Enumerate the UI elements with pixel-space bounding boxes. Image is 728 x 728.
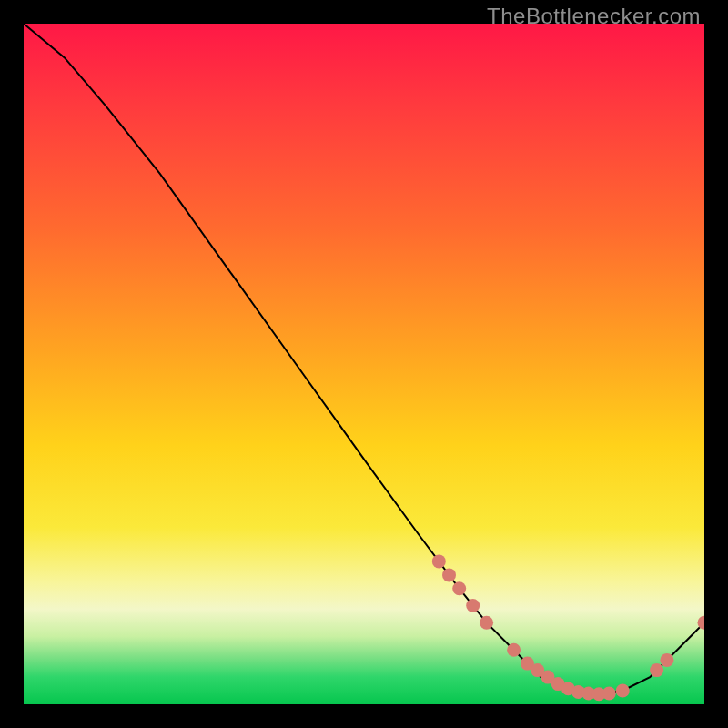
data-markers: [432, 554, 704, 701]
data-marker: [442, 568, 456, 581]
data-marker: [480, 616, 493, 630]
data-marker: [432, 554, 446, 568]
data-marker: [616, 684, 630, 698]
chart-svg: [24, 24, 704, 704]
data-marker: [660, 653, 673, 667]
watermark-text: TheBottlenecker.com: [487, 4, 701, 29]
bottleneck-curve: [24, 24, 704, 694]
data-marker: [507, 643, 521, 657]
chart-frame: TheBottlenecker.com: [0, 0, 728, 728]
data-marker: [650, 663, 663, 677]
data-marker: [466, 599, 480, 612]
data-marker: [452, 581, 466, 595]
data-marker: [602, 687, 616, 701]
